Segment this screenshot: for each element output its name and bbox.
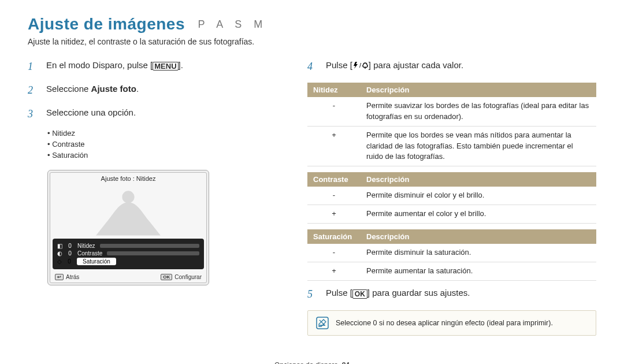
step-2: 2 Seleccione Ajuste foto. [28,83,276,98]
camera-preview-silhouette [50,184,206,236]
sharpness-value: 0 [67,243,73,249]
table-row: +Permite que los bordes se vean más níti… [307,126,596,166]
table-row: -Permite disminuir el color y el brillo. [307,187,596,205]
footer-page-number: 84 [342,361,350,364]
step-1: 1 En el modo Disparo, pulse [MENU]. [28,59,276,75]
sharpness-icon: ◧ [57,243,62,249]
saturation-label: Saturación [77,258,116,265]
footer-section: Opciones de disparo [274,361,338,364]
silhouette-icon [50,184,206,236]
step-1-text-a: En el modo Disparo, pulse [ [46,60,153,70]
step-1-text-b: ]. [179,60,183,70]
table-row: +Permite aumentar la saturación. [307,262,596,280]
th-contraste: Contraste [307,172,361,187]
camera-footer: ↩Atrás OKConfigurar [50,272,206,283]
back-key-icon: ↩ [55,274,64,280]
saturation-icon: ◇ [57,258,62,265]
step-3: 3 Seleccione una opción. [28,106,276,122]
step-4-text-a: Pulse [ [326,60,352,70]
step-2-text-c: . [136,84,139,94]
left-column: 1 En el modo Disparo, pulse [MENU]. 2 Se… [28,59,276,336]
page-subtitle: Ajuste la nitidez, el contraste o la sat… [28,37,596,46]
back-label: Atrás [66,274,79,280]
page-title: Ajuste de imágenes [28,15,185,34]
contrast-label: Contraste [77,250,102,257]
th-saturacion: Saturación [307,229,361,244]
note-box: Seleccione 0 si no desea aplicar ningún … [307,310,596,336]
table-saturacion: SaturaciónDescripción -Permite disminuir… [307,229,596,281]
svg-text:/: / [359,62,362,69]
bullet-item: Contraste [47,139,276,150]
ok-icon: OK [352,289,367,299]
table-row: -Permite suavizar los bordes de las foto… [307,97,596,126]
camera-title: Ajuste foto : Nitidez [50,173,206,184]
camera-preview-frame: Ajuste foto : Nitidez ◧ 0 Nitidez [47,170,209,285]
menu-icon: MENU [153,62,178,70]
table-row: +Permite aumentar el color y el brillo. [307,205,596,224]
th-desc: Descripción [361,172,596,187]
contrast-value: 0 [67,250,73,257]
bullet-item: Saturación [47,150,276,161]
step-5-text-a: Pulse [ [326,288,352,298]
mode-letters: P A S M [198,18,267,30]
ok-key-icon: OK [161,274,172,280]
step-4: 4 Pulse [/] para ajustar cada valor. [307,59,596,75]
th-desc: Descripción [361,83,596,97]
saturation-value: 0 [66,258,72,265]
contrast-icon: ◐ [57,250,62,257]
table-nitidez: NitidezDescripción -Permite suavizar los… [307,83,596,166]
step-4-text-b: ] para ajustar cada valor. [369,60,463,70]
th-desc: Descripción [361,229,596,244]
camera-controls: ◧ 0 Nitidez ◐ 0 Contraste ◇ [53,239,204,269]
right-column: 4 Pulse [/] para ajustar cada valor. Nit… [307,59,596,336]
contrast-bar [107,251,199,255]
th-nitidez: Nitidez [307,83,361,97]
ctrl-row-contraste: ◐ 0 Contraste [57,250,199,257]
sharpness-label: Nitidez [77,243,95,249]
ctrl-row-nitidez: ◧ 0 Nitidez [57,242,199,250]
page-header: Ajuste de imágenes P A S M [28,15,596,34]
page-footer: Opciones de disparo 84 [28,361,596,364]
sharpness-bar [100,244,199,248]
step-2-text-a: Seleccione [46,84,91,94]
table-contraste: ContrasteDescripción -Permite disminuir … [307,172,596,224]
note-icon [316,317,329,329]
option-bullets: Nitidez Contraste Saturación [28,128,276,161]
step-3-text: Seleccione una opción. [46,106,136,122]
flash-macro-icon: / [352,61,369,69]
step-5-text-b: ] para guardar sus ajustes. [367,288,470,298]
table-row: -Permite disminuir la saturación. [307,244,596,262]
bullet-item: Nitidez [47,128,276,139]
step-2-bold: Ajuste foto [91,84,136,94]
ok-label: Configurar [174,274,202,280]
note-text: Seleccione 0 si no desea aplicar ningún … [336,319,553,327]
step-5: 5 Pulse [OK] para guardar sus ajustes. [307,287,596,302]
ctrl-row-saturacion: ◇ 0 Saturación [57,257,199,266]
